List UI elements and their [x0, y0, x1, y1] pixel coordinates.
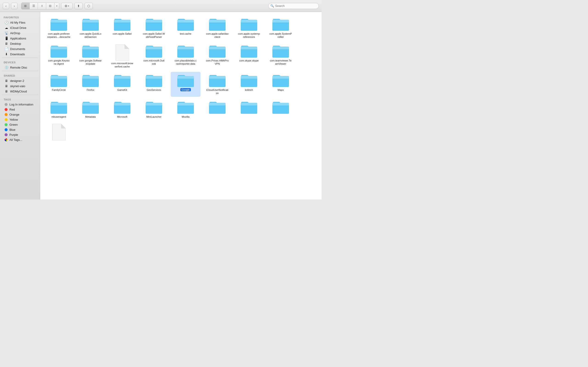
- svg-rect-23: [177, 47, 194, 49]
- file-item-com-apple-systempreferences[interactable]: com.apple.systemp references: [234, 16, 264, 41]
- documents-icon: 📄: [5, 47, 8, 51]
- sidebar-item-airdrop[interactable]: 📡 AirDrop: [1, 31, 39, 35]
- sidebar-item-all-my-files[interactable]: 🕐 All My Files: [1, 20, 39, 25]
- sidebar-item-label: Remote Disc: [10, 66, 27, 69]
- view-dropdown-button[interactable]: ▾: [54, 3, 59, 9]
- sidebar-item-designer-2[interactable]: 🖥 designer-2: [1, 78, 39, 83]
- sidebar-item-applications[interactable]: 📱 Applications: [1, 36, 39, 41]
- ksfetch-icon: [241, 74, 257, 87]
- action-gear-button[interactable]: ⚙ ▾: [61, 3, 73, 9]
- sidebar-item-blue[interactable]: Blue: [1, 127, 39, 132]
- sidebar-item-remote-disc[interactable]: 💿 Remote Disc: [1, 65, 39, 70]
- svg-rect-7: [146, 20, 162, 23]
- file-item-com-apple-safari[interactable]: com.apple.Safari: [107, 16, 137, 41]
- com-apple-prefcepanes-dexcache-icon: [51, 17, 67, 31]
- sidebar-item-orange[interactable]: Orange: [1, 112, 39, 117]
- search-input[interactable]: [275, 4, 317, 8]
- svg-rect-31: [51, 76, 67, 79]
- file-item-mozilla[interactable]: Mozilla: [171, 99, 200, 120]
- svg-rect-25: [209, 47, 225, 49]
- file-item-com-google-keystoneagent[interactable]: com.google.Keysto ne.Agent: [44, 42, 74, 70]
- file-item-familycircle[interactable]: FamilyCircle: [44, 72, 74, 97]
- file-item-microsoft[interactable]: Microsoft: [107, 99, 137, 120]
- test-cache-icon: [177, 17, 194, 31]
- file-item-geoservices[interactable]: GeoServices: [139, 72, 169, 97]
- icloud-drive-icon: ☁: [5, 26, 8, 30]
- back-button[interactable]: ‹: [3, 3, 9, 9]
- file-item-com-apple-safaridavclient[interactable]: com.apple.safaridav client: [202, 16, 232, 41]
- file-item-com-apple-prefcepanes-dexcache[interactable]: com.apple.preferen cepanes....dexcache: [44, 16, 74, 41]
- file-item-com-microsoft-browserfontcache[interactable]: com.microsoft.brow serfont.cache: [107, 42, 137, 70]
- geoservices-label: GeoServices: [147, 88, 161, 92]
- all-tags-tag-dot: [5, 138, 8, 141]
- svg-rect-37: [146, 76, 162, 79]
- share-icon: ⬆: [77, 4, 80, 8]
- sidebar-item-label: Applications: [10, 37, 26, 40]
- file-item-com-plausiblelabs-crashreporter[interactable]: com.plausiblelabs.c rashreporter.data: [171, 42, 200, 70]
- sidebar-item-desktop[interactable]: 🖥 Desktop: [1, 41, 39, 46]
- file-item-icloudnotifications[interactable]: iCloudUserNotificati on: [202, 72, 232, 97]
- file-item-com-skype-skype[interactable]: com.skype.skype: [234, 42, 264, 70]
- file-item-com-privax-hmaprovpn[interactable]: com.Privax.HMAPro VPN: [202, 42, 232, 70]
- file-item-google[interactable]: Google: [171, 72, 200, 97]
- file-item-test-cache[interactable]: test.cache: [171, 16, 200, 41]
- sidebar-item-green[interactable]: Green: [1, 122, 39, 127]
- file-content-area: com.apple.preferen cepanes....dexcacheco…: [40, 12, 321, 200]
- file-item-firefox[interactable]: Firefox: [76, 72, 105, 97]
- devices-header: Devices: [0, 59, 40, 65]
- test-cache-label: test.cache: [180, 32, 191, 35]
- file-item-folder-bottom-3[interactable]: [266, 99, 296, 120]
- file-item-metadata[interactable]: Metadata: [76, 99, 105, 120]
- forward-button[interactable]: ›: [11, 3, 17, 9]
- com-privax-hmaprovpn-icon: [209, 44, 225, 58]
- sidebar-item-label: Orange: [9, 113, 19, 116]
- file-item-folder-bottom-1[interactable]: [202, 99, 232, 120]
- view-icon-button[interactable]: ⊞: [21, 3, 30, 9]
- microsoft-icon: [114, 100, 130, 114]
- file-item-com-teamviewer-teamviewer[interactable]: com.teamviewer.Te amViewer: [266, 42, 296, 70]
- label-button[interactable]: ⬡: [85, 3, 93, 9]
- sidebar-item-log-in-information[interactable]: Log In information: [1, 102, 39, 107]
- firefox-label: Firefox: [86, 88, 95, 92]
- file-item-com-apple-safari-webfeedparser[interactable]: com.apple.Safari.W ebFeedParser: [139, 16, 169, 41]
- main-layout: Favorites 🕐 All My Files ☁ iCloud Drive …: [0, 12, 321, 200]
- sidebar-item-documents[interactable]: 📄 Documents: [1, 46, 39, 51]
- search-box[interactable]: 🔍: [268, 3, 319, 9]
- desktop-icon: 🖥: [5, 42, 8, 45]
- share-button[interactable]: ⬆: [74, 3, 83, 9]
- svg-rect-15: [272, 20, 289, 23]
- svg-rect-13: [241, 20, 257, 23]
- file-item-com-apple-quicklookdaemon[interactable]: com.apple.QuickLo okDaemon: [76, 16, 105, 41]
- sidebar-item-red[interactable]: Red: [1, 107, 39, 112]
- firefox-icon: [82, 74, 99, 87]
- sidebar-item-all-tags[interactable]: All Tags...: [1, 137, 39, 142]
- sidebar-item-downloads[interactable]: ⬇ Downloads: [1, 52, 39, 57]
- file-item-minilauncher[interactable]: MiniLauncher: [139, 99, 169, 120]
- view-columns-button[interactable]: ⫴: [38, 3, 46, 9]
- sidebar-item-icloud-drive[interactable]: ☁ iCloud Drive: [1, 25, 39, 30]
- sidebar-item-label: Downloads: [10, 52, 25, 56]
- mbuseragent-label: mbuseragent: [52, 115, 66, 118]
- file-item-ksfetch[interactable]: ksfetch: [234, 72, 264, 97]
- svg-rect-61: [272, 103, 289, 106]
- svg-rect-55: [177, 103, 194, 106]
- file-item-com-apple-systemprofiler[interactable]: com.apple.SystemP rofiler: [266, 16, 296, 41]
- file-item-mbuseragent[interactable]: mbuseragent: [44, 99, 74, 120]
- file-item-com-microsoft-outlook[interactable]: com.microsoft.Outl ook: [139, 42, 169, 70]
- file-item-maps[interactable]: Maps: [266, 72, 296, 97]
- sidebar-item-wdmycloud[interactable]: 🖥 WDMyCloud: [1, 89, 39, 94]
- gamekit-label: GameKit: [117, 88, 127, 92]
- file-item-gamekit[interactable]: GameKit: [107, 72, 137, 97]
- file-item-com-google-softwareupdate[interactable]: com.google.Softwar eUpdate: [76, 42, 105, 70]
- file-item-doc-bottom[interactable]: [44, 122, 74, 143]
- applications-icon: 📱: [5, 36, 8, 40]
- sidebar-item-skynet-vaio[interactable]: 🖥 skynet-vaio: [1, 83, 39, 89]
- com-apple-systemprofiler-label: com.apple.SystemP rofiler: [268, 32, 293, 39]
- svg-rect-3: [82, 20, 99, 23]
- sidebar-item-label: skynet-vaio: [10, 84, 25, 88]
- view-cover-button[interactable]: ⊟: [46, 3, 54, 9]
- sidebar-item-yellow[interactable]: Yellow: [1, 117, 39, 122]
- view-list-button[interactable]: ☰: [30, 3, 38, 9]
- file-item-folder-bottom-2[interactable]: [234, 99, 264, 120]
- sidebar-item-purple[interactable]: Purple: [1, 132, 39, 137]
